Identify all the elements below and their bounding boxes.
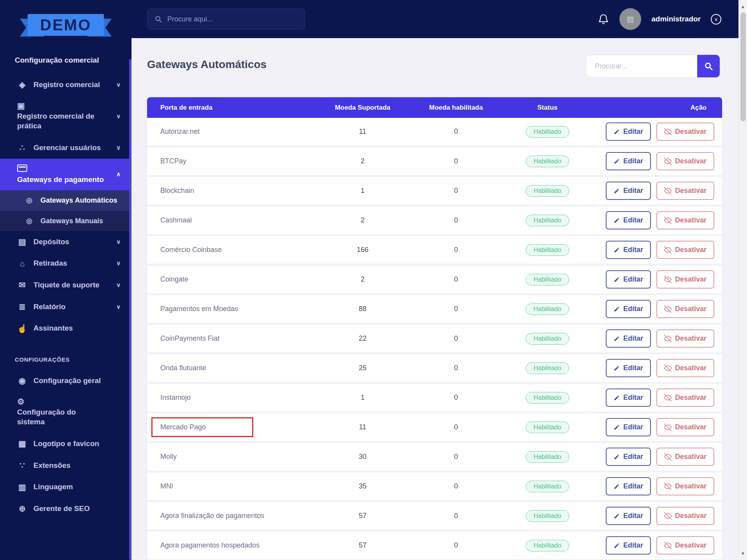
sidebar-item-extensoes[interactable]: ∵Extensões bbox=[0, 455, 132, 476]
table-row: Blockchain 1 0 Habilitado Editar Desativ… bbox=[147, 177, 722, 206]
disable-button[interactable]: Desativar bbox=[656, 211, 714, 229]
page-scrollbar[interactable]: ▲ ▼ bbox=[738, 0, 747, 560]
sidebar-item-depositos[interactable]: ▤Depósitos∨ bbox=[0, 231, 132, 253]
sidebar-item-tiquete-de-suporte[interactable]: ✉Tiquete de suporte∨ bbox=[0, 274, 132, 296]
sidebar-nav: Configuração comercial◈Registro comercia… bbox=[0, 56, 132, 519]
sidebar-section-configuracao-comercial: Configuração comercial bbox=[0, 56, 132, 65]
table-row: Cashmaal 2 0 Habilitado Editar Desativar bbox=[147, 206, 722, 236]
edit-button-label: Editar bbox=[623, 482, 643, 490]
edit-button[interactable]: Editar bbox=[606, 270, 651, 289]
gateway-name: Onda flutuante bbox=[160, 364, 206, 372]
enabled-currency-count: 0 bbox=[409, 482, 503, 490]
sidebar-item-label: Configuração do sistema bbox=[17, 408, 76, 426]
sidebar-item-gateways-automaticos[interactable]: ◎Gateways Automáticos bbox=[0, 190, 132, 210]
chevron-down-icon: ∨ bbox=[116, 144, 121, 151]
sidebar-item-configuracao-geral[interactable]: ◉Configuração geral bbox=[0, 370, 132, 392]
enabled-currency-count: 0 bbox=[409, 275, 503, 284]
disable-button-label: Desativar bbox=[675, 216, 707, 224]
edit-button[interactable]: Editar bbox=[606, 448, 651, 466]
disable-button[interactable]: Desativar bbox=[656, 388, 714, 407]
scrollbar-down-arrow-icon[interactable]: ▼ bbox=[739, 549, 747, 558]
edit-button[interactable]: Editar bbox=[606, 300, 651, 318]
sidebar-item-label: Linguagem bbox=[33, 482, 73, 492]
brand-logo[interactable]: DEMO bbox=[20, 14, 112, 40]
disable-button-label: Desativar bbox=[675, 394, 707, 402]
topbar-search-input[interactable] bbox=[167, 15, 298, 23]
list-icon: ≣ bbox=[17, 303, 27, 311]
gateway-name: Molly bbox=[160, 453, 177, 461]
sidebar-item-relatorio[interactable]: ≣Relatório∨ bbox=[0, 296, 132, 318]
disable-button[interactable]: Desativar bbox=[656, 182, 714, 200]
sidebar-scrollbar[interactable] bbox=[129, 59, 132, 560]
disable-button[interactable]: Desativar bbox=[656, 448, 714, 466]
sidebar-item-label: Tiquete de suporte bbox=[33, 280, 100, 290]
edit-button[interactable]: Editar bbox=[606, 477, 651, 495]
edit-button[interactable]: Editar bbox=[606, 388, 651, 407]
edit-button[interactable]: Editar bbox=[606, 241, 651, 259]
edit-button[interactable]: Editar bbox=[606, 418, 651, 436]
edit-button[interactable]: Editar bbox=[606, 536, 651, 555]
sidebar-item-label: Assinantes bbox=[33, 323, 73, 333]
sidebar-item-gateways-manuais[interactable]: ◎Gateways Manuais bbox=[0, 211, 132, 231]
disable-button[interactable]: Desativar bbox=[656, 300, 714, 318]
supported-currency-count: 25 bbox=[316, 364, 409, 372]
disable-button[interactable]: Desativar bbox=[656, 418, 714, 436]
edit-button-label: Editar bbox=[623, 305, 643, 313]
supported-currency-count: 30 bbox=[316, 453, 409, 461]
disable-button-label: Desativar bbox=[675, 334, 707, 343]
disable-button[interactable]: Desativar bbox=[656, 152, 714, 170]
disable-button[interactable]: Desativar bbox=[656, 122, 714, 141]
status-badge: Habilitado bbox=[526, 274, 569, 285]
disable-button[interactable]: Desativar bbox=[656, 329, 714, 348]
table-row: Comércio Coinbase 166 0 Habilitado Edita… bbox=[147, 236, 722, 266]
pencil-icon bbox=[614, 276, 620, 283]
app-window: DEMO Configuração comercial◈Registro com… bbox=[0, 0, 747, 560]
disable-button[interactable]: Desativar bbox=[656, 241, 714, 259]
disable-button-label: Desativar bbox=[675, 187, 707, 195]
sidebar-item-gerente-de-seo[interactable]: ⊕Gerente de SEO bbox=[0, 498, 132, 520]
user-menu-chevron-down-icon[interactable]: ∨ bbox=[711, 14, 721, 24]
sidebar-item-registro-comercial-de-pratica[interactable]: ▣Registro comercial de prática∨ bbox=[0, 96, 132, 137]
disable-button[interactable]: Desativar bbox=[656, 270, 714, 289]
status-badge: Habilitado bbox=[526, 481, 569, 492]
sidebar-item-logotipo-e-favicon[interactable]: ▦Logotipo e favicon bbox=[0, 433, 132, 455]
edit-button[interactable]: Editar bbox=[606, 329, 651, 348]
edit-button[interactable]: Editar bbox=[606, 152, 651, 170]
disable-button[interactable]: Desativar bbox=[656, 536, 714, 555]
door-icon: ▣ bbox=[17, 102, 27, 110]
notifications-bell-icon[interactable] bbox=[598, 13, 609, 25]
disable-button[interactable]: Desativar bbox=[656, 477, 714, 495]
sidebar-item-retiradas[interactable]: ⌂Retiradas∨ bbox=[0, 252, 132, 274]
user-avatar[interactable]: ▨ bbox=[619, 8, 641, 30]
sidebar-item-linguagem[interactable]: ▥Linguagem bbox=[0, 476, 132, 498]
supported-currency-count: 166 bbox=[316, 246, 409, 254]
disable-button[interactable]: Desativar bbox=[656, 359, 714, 377]
edit-button[interactable]: Editar bbox=[606, 507, 651, 525]
edit-button[interactable]: Editar bbox=[606, 211, 651, 229]
sidebar-item-label: Registro comercial de prática bbox=[17, 112, 95, 130]
edit-button-label: Editar bbox=[623, 157, 643, 165]
sidebar-item-configuracao-do-sistema[interactable]: ⚙Configuração do sistema bbox=[0, 392, 132, 433]
sidebar-item-gateways-de-pagamento[interactable]: Gateways de pagamento∧ bbox=[0, 159, 132, 191]
scrollbar-up-arrow-icon[interactable]: ▲ bbox=[739, 2, 747, 11]
table-row: Onda flutuante 25 0 Habilitado Editar De… bbox=[147, 354, 722, 384]
table-search-input[interactable] bbox=[586, 55, 697, 77]
edit-button[interactable]: Editar bbox=[606, 359, 651, 377]
bank-icon: ⌂ bbox=[17, 259, 27, 268]
sidebar-item-registro-comercial[interactable]: ◈Registro comercial∨ bbox=[0, 74, 132, 96]
edit-button[interactable]: Editar bbox=[606, 182, 651, 200]
edit-button-label: Editar bbox=[623, 541, 643, 550]
column-header-acao: Ação bbox=[592, 104, 722, 112]
table-row: Agora finalização de pagamentos 57 0 Hab… bbox=[147, 502, 722, 532]
disable-button[interactable]: Desativar bbox=[656, 507, 714, 525]
edit-button-label: Editar bbox=[623, 394, 643, 402]
table-row: Coingate 2 0 Habilitado Editar Desativar bbox=[147, 266, 722, 295]
edit-button[interactable]: Editar bbox=[606, 122, 651, 141]
table-row: Molly 30 0 Habilitado Editar Desativar bbox=[147, 443, 722, 472]
table-search-button[interactable] bbox=[697, 55, 720, 77]
supported-currency-count: 22 bbox=[316, 334, 409, 343]
scrollbar-thumb[interactable] bbox=[740, 12, 746, 121]
sidebar-item-assinantes[interactable]: ☝Assinantes bbox=[0, 317, 132, 339]
eye-slash-icon bbox=[664, 305, 672, 313]
sidebar-item-gerenciar-usuarios[interactable]: ∴Gerenciar usuários∨ bbox=[0, 137, 132, 159]
